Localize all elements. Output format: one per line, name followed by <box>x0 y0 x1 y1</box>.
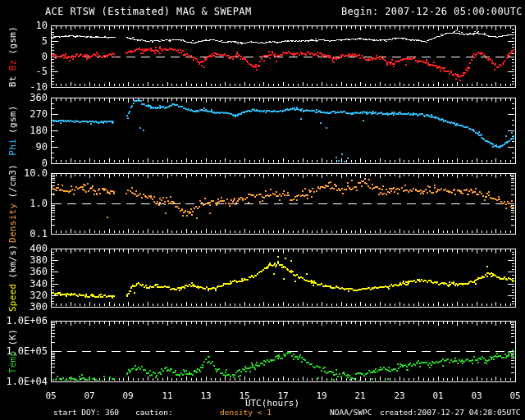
plot-canvas <box>0 0 525 420</box>
y-axis-label-part: (K) <box>7 329 18 346</box>
y-tick-label: 90 <box>0 141 48 153</box>
ace-rtsw-plot-page: ACE RTSW (Estimated) MAG & SWEPAM Begin:… <box>0 0 525 420</box>
y-tick-label: 300 <box>0 301 48 313</box>
x-tick-label: 03 <box>465 390 488 401</box>
y-tick-label: 1.0E+04 <box>0 376 48 387</box>
footer-caution-value: density < 1 <box>220 408 272 417</box>
y-tick-label: 400 <box>0 243 48 254</box>
y-tick-label: 0.1 <box>0 228 48 240</box>
page-title: ACE RTSW (Estimated) MAG & SWEPAM <box>45 6 252 17</box>
x-tick-label: 13 <box>194 390 217 401</box>
y-tick-label: 10.0 <box>0 167 48 179</box>
footer-start-doy: start DOY: 360 <box>53 408 119 417</box>
y-tick-label: 1.0E+05 <box>0 345 48 357</box>
y-tick-label: 270 <box>0 108 48 120</box>
y-tick-label: 380 <box>0 254 48 266</box>
y-tick-label: 180 <box>0 125 48 136</box>
y-tick-label: 360 <box>0 266 48 277</box>
x-tick-label: 11 <box>156 390 179 401</box>
y-tick-label: 340 <box>0 278 48 290</box>
x-tick-label: 05 <box>504 390 525 401</box>
y-tick-label: 10 <box>0 20 48 31</box>
x-tick-label: 09 <box>116 390 139 401</box>
begin-timestamp: Begin: 2007-12-26 05:00:00UTC <box>341 6 523 17</box>
y-tick-label: 1.0E+06 <box>0 315 48 326</box>
x-tick-label: 23 <box>388 390 411 401</box>
y-tick-label: 360 <box>0 92 48 103</box>
y-tick-label: -5 <box>0 66 48 77</box>
footer-caution-label: caution: <box>135 408 173 417</box>
y-tick-label: 0 <box>0 51 48 62</box>
x-tick-label: 21 <box>349 390 372 401</box>
y-tick-label: 1.0 <box>0 198 48 209</box>
x-tick-label: 05 <box>39 390 62 401</box>
footer-agency: NOAA/SWPC <box>330 408 372 417</box>
x-tick-label: 01 <box>427 390 450 401</box>
y-tick-label: 320 <box>0 290 48 301</box>
x-tick-label: 07 <box>78 390 101 401</box>
y-tick-label: 5 <box>0 35 48 47</box>
y-tick-label: -10 <box>0 81 48 93</box>
footer-created-timestamp: created:2007-12-27 04:28:05UTC <box>380 408 521 417</box>
x-tick-label: 19 <box>310 390 333 401</box>
